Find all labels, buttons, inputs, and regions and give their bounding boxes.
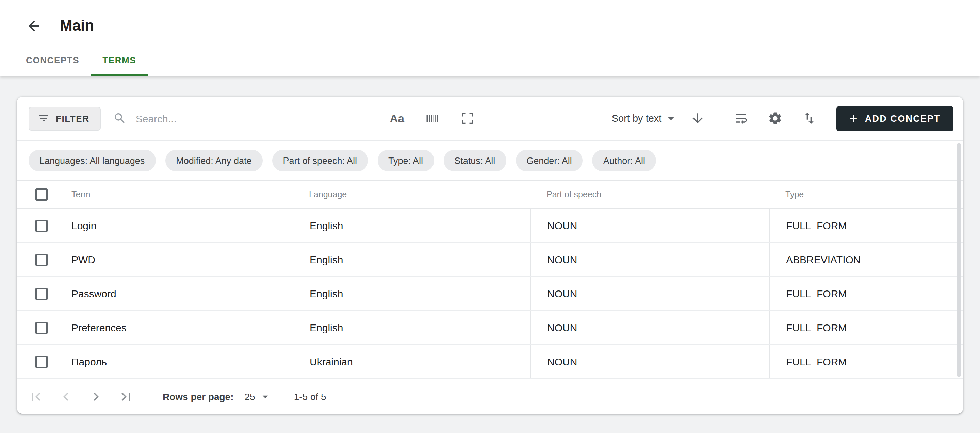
table-row[interactable]: ПарольUkrainianNOUNFULL_FORM — [17, 345, 963, 379]
search-box — [113, 111, 389, 125]
term-cell: Password — [54, 277, 293, 310]
toolbar: FILTER Aa Sort by text — [17, 97, 963, 141]
last-page-icon — [118, 388, 134, 404]
filter-chip[interactable]: Gender: All — [515, 150, 583, 171]
search-icon — [113, 111, 127, 125]
filter-button[interactable]: FILTER — [29, 106, 101, 130]
table-header: Term Language Part of speech Type — [17, 181, 963, 209]
app-root: Main CONCEPTS TERMS FILTER Aa — [0, 0, 980, 433]
row-checkbox[interactable] — [35, 254, 48, 266]
tab-concepts[interactable]: CONCEPTS — [14, 46, 91, 76]
table-row[interactable]: PasswordEnglishNOUNFULL_FORM — [17, 277, 963, 311]
arrow-down-icon — [690, 111, 705, 126]
back-button[interactable] — [26, 18, 42, 34]
add-concept-button[interactable]: + ADD CONCEPT — [837, 106, 953, 131]
terms-panel: FILTER Aa Sort by text — [17, 97, 963, 414]
terms-table-body: LoginEnglishNOUNFULL_FORMPWDEnglishNOUNA… — [17, 209, 963, 379]
swap-vert-icon — [802, 111, 817, 126]
row-checkbox-cell — [17, 277, 54, 310]
filter-chip[interactable]: Part of speech: All — [272, 150, 368, 171]
crop-free-icon — [460, 111, 476, 126]
pos-cell: NOUN — [530, 243, 769, 276]
filter-chip[interactable]: Status: All — [443, 150, 506, 171]
filter-chip[interactable]: Modified: Any date — [165, 150, 262, 171]
term-cell: Login — [54, 209, 293, 242]
wrap-text-button[interactable] — [733, 110, 749, 127]
language-cell: English — [293, 311, 530, 344]
add-concept-label: ADD CONCEPT — [865, 113, 940, 124]
swap-vert-button[interactable] — [801, 110, 817, 127]
first-page-icon — [28, 388, 44, 404]
gear-icon — [768, 111, 783, 126]
arrow-left-icon — [26, 18, 42, 34]
plus-icon: + — [850, 111, 857, 126]
row-checkbox-cell — [17, 243, 54, 276]
match-case-icon: Aa — [390, 112, 404, 125]
column-header-pos: Part of speech — [530, 181, 769, 208]
page-title: Main — [60, 17, 94, 35]
rows-per-page-select[interactable]: 25 — [245, 389, 272, 403]
filter-chip[interactable]: Type: All — [377, 150, 434, 171]
language-cell: English — [293, 209, 530, 242]
table-row[interactable]: PWDEnglishNOUNABBREVIATION — [17, 243, 963, 277]
pagination: Rows per page: 25 1-5 of 5 — [17, 379, 963, 414]
sort-dropdown-label: Sort by text — [612, 113, 662, 124]
filter-chip[interactable]: Author: All — [592, 150, 656, 171]
row-checkbox[interactable] — [35, 219, 48, 232]
select-all-checkbox[interactable] — [35, 189, 48, 201]
chevron-left-icon — [58, 388, 74, 404]
table-row[interactable]: PreferencesEnglishNOUNFULL_FORM — [17, 311, 963, 345]
row-checkbox-cell — [17, 209, 54, 242]
filter-icon — [37, 112, 50, 124]
type-cell: ABBREVIATION — [769, 243, 930, 276]
page-header: Main CONCEPTS TERMS — [0, 0, 980, 76]
type-cell: FULL_FORM — [769, 345, 930, 378]
type-cell: FULL_FORM — [769, 277, 930, 310]
pos-cell: NOUN — [530, 311, 769, 344]
settings-button[interactable] — [767, 110, 783, 127]
pos-cell: NOUN — [530, 277, 769, 310]
title-row: Main — [0, 0, 980, 41]
chevron-down-icon — [663, 111, 679, 126]
row-checkbox-cell — [17, 311, 54, 344]
tab-terms[interactable]: TERMS — [91, 46, 148, 76]
sort-dropdown[interactable]: Sort by text — [612, 111, 679, 126]
row-checkbox[interactable] — [35, 355, 48, 368]
match-case-button[interactable]: Aa — [389, 110, 405, 127]
tab-bar: CONCEPTS TERMS — [0, 46, 980, 76]
next-page-button[interactable] — [88, 388, 104, 404]
term-cell: Preferences — [54, 311, 293, 344]
term-cell: Пароль — [54, 345, 293, 378]
rows-per-page-value: 25 — [245, 391, 255, 402]
term-cell: PWD — [54, 243, 293, 276]
pos-cell: NOUN — [530, 345, 769, 378]
chevron-right-icon — [88, 388, 104, 404]
row-checkbox[interactable] — [35, 287, 48, 300]
filter-chip[interactable]: Languages: All languages — [29, 150, 156, 171]
column-header-term: Term — [54, 181, 293, 208]
last-page-button[interactable] — [118, 388, 134, 404]
column-header-language: Language — [293, 181, 530, 208]
type-cell: FULL_FORM — [769, 311, 930, 344]
crop-free-button[interactable] — [460, 110, 476, 127]
language-cell: English — [293, 243, 530, 276]
select-all-cell — [17, 181, 54, 208]
search-input[interactable] — [134, 112, 389, 125]
rows-per-page-label: Rows per page: — [163, 391, 234, 402]
filter-button-label: FILTER — [56, 113, 89, 124]
column-header-type: Type — [769, 181, 930, 208]
row-checkbox[interactable] — [35, 322, 48, 334]
sort-direction-button[interactable] — [689, 110, 706, 127]
barcode-button[interactable] — [424, 110, 441, 127]
first-page-button[interactable] — [28, 388, 44, 404]
table-row[interactable]: LoginEnglishNOUNFULL_FORM — [17, 209, 963, 243]
row-checkbox-cell — [17, 345, 54, 378]
type-cell: FULL_FORM — [769, 209, 930, 242]
view-tools: Aa — [389, 110, 476, 127]
prev-page-button[interactable] — [58, 388, 74, 404]
table-scrollbar[interactable] — [957, 143, 961, 377]
chevron-down-icon — [259, 389, 272, 403]
language-cell: Ukrainian — [293, 345, 530, 378]
language-cell: English — [293, 277, 530, 310]
page-range-label: 1-5 of 5 — [294, 391, 326, 402]
